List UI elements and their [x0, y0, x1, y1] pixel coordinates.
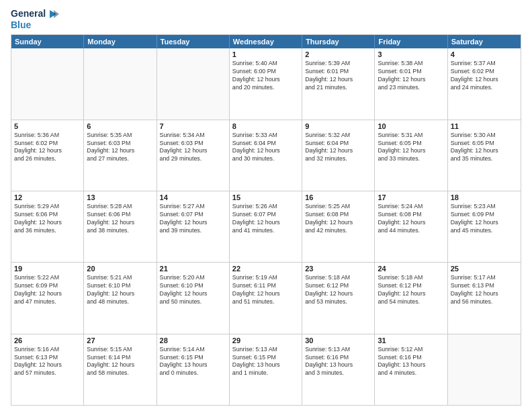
day-cell-30: 30Sunrise: 5:13 AMSunset: 6:16 PMDayligh…: [302, 334, 375, 405]
day-number: 31: [378, 336, 444, 345]
week-row-3: 12Sunrise: 5:29 AMSunset: 6:06 PMDayligh…: [11, 191, 521, 263]
page: General Blue SundayMondayTuesdayWednesda…: [0, 0, 532, 411]
day-number: 12: [14, 193, 81, 201]
day-number: 1: [232, 50, 299, 58]
empty-cell-0-2: [157, 48, 230, 119]
empty-cell-0-0: [11, 48, 84, 119]
week-row-1: 1Sunrise: 5:40 AMSunset: 6:00 PMDaylight…: [11, 48, 521, 120]
day-info: Sunrise: 5:35 AMSunset: 6:03 PMDaylight:…: [87, 132, 153, 164]
day-info: Sunrise: 5:34 AMSunset: 6:03 PMDaylight:…: [160, 132, 226, 164]
day-info: Sunrise: 5:19 AMSunset: 6:11 PMDaylight:…: [232, 274, 299, 306]
day-cell-17: 17Sunrise: 5:24 AMSunset: 6:08 PMDayligh…: [375, 191, 447, 262]
day-number: 4: [451, 50, 518, 58]
day-info: Sunrise: 5:32 AMSunset: 6:04 PMDaylight:…: [305, 132, 371, 164]
header-day-tuesday: Tuesday: [157, 35, 230, 48]
day-number: 16: [305, 193, 371, 201]
day-cell-22: 22Sunrise: 5:19 AMSunset: 6:11 PMDayligh…: [230, 263, 302, 333]
day-number: 26: [14, 336, 81, 345]
day-info: Sunrise: 5:37 AMSunset: 6:02 PMDaylight:…: [451, 60, 518, 92]
day-number: 17: [378, 193, 444, 201]
header-day-friday: Friday: [375, 35, 447, 48]
day-info: Sunrise: 5:18 AMSunset: 6:12 PMDaylight:…: [378, 274, 444, 306]
day-info: Sunrise: 5:22 AMSunset: 6:09 PMDaylight:…: [14, 274, 81, 306]
day-number: 8: [232, 122, 299, 130]
day-info: Sunrise: 5:30 AMSunset: 6:05 PMDaylight:…: [451, 132, 518, 164]
day-cell-20: 20Sunrise: 5:21 AMSunset: 6:10 PMDayligh…: [84, 263, 157, 333]
day-number: 14: [160, 193, 226, 201]
week-row-2: 5Sunrise: 5:36 AMSunset: 6:02 PMDaylight…: [11, 120, 521, 191]
day-cell-1: 1Sunrise: 5:40 AMSunset: 6:00 PMDaylight…: [230, 48, 302, 119]
day-info: Sunrise: 5:13 AMSunset: 6:16 PMDaylight:…: [305, 346, 371, 378]
day-cell-10: 10Sunrise: 5:31 AMSunset: 6:05 PMDayligh…: [375, 120, 447, 191]
day-number: 20: [87, 265, 153, 273]
day-info: Sunrise: 5:40 AMSunset: 6:00 PMDaylight:…: [232, 60, 299, 92]
day-info: Sunrise: 5:31 AMSunset: 6:05 PMDaylight:…: [378, 132, 444, 164]
day-cell-13: 13Sunrise: 5:28 AMSunset: 6:06 PMDayligh…: [84, 191, 157, 262]
day-number: 24: [378, 265, 444, 273]
day-info: Sunrise: 5:23 AMSunset: 6:09 PMDaylight:…: [451, 203, 518, 235]
day-number: 3: [378, 50, 444, 58]
header-day-monday: Monday: [84, 35, 157, 48]
day-info: Sunrise: 5:18 AMSunset: 6:12 PMDaylight:…: [305, 274, 371, 306]
day-number: 18: [451, 193, 518, 201]
day-cell-23: 23Sunrise: 5:18 AMSunset: 6:12 PMDayligh…: [302, 263, 375, 333]
day-info: Sunrise: 5:14 AMSunset: 6:15 PMDaylight:…: [160, 346, 226, 378]
day-cell-26: 26Sunrise: 5:16 AMSunset: 6:13 PMDayligh…: [11, 334, 84, 405]
day-cell-29: 29Sunrise: 5:13 AMSunset: 6:15 PMDayligh…: [230, 334, 302, 405]
day-info: Sunrise: 5:28 AMSunset: 6:06 PMDaylight:…: [87, 203, 153, 235]
day-number: 19: [14, 265, 81, 273]
day-info: Sunrise: 5:39 AMSunset: 6:01 PMDaylight:…: [305, 60, 371, 92]
day-cell-24: 24Sunrise: 5:18 AMSunset: 6:12 PMDayligh…: [375, 263, 447, 333]
day-cell-7: 7Sunrise: 5:34 AMSunset: 6:03 PMDaylight…: [157, 120, 230, 191]
header-day-saturday: Saturday: [448, 35, 521, 48]
empty-cell-0-1: [84, 48, 157, 119]
day-cell-14: 14Sunrise: 5:27 AMSunset: 6:07 PMDayligh…: [157, 191, 230, 262]
week-row-4: 19Sunrise: 5:22 AMSunset: 6:09 PMDayligh…: [11, 263, 521, 334]
day-cell-2: 2Sunrise: 5:39 AMSunset: 6:01 PMDaylight…: [302, 48, 375, 119]
logo: General Blue: [11, 8, 59, 30]
day-cell-4: 4Sunrise: 5:37 AMSunset: 6:02 PMDaylight…: [448, 48, 521, 119]
day-info: Sunrise: 5:15 AMSunset: 6:14 PMDaylight:…: [87, 346, 153, 378]
header-day-thursday: Thursday: [302, 35, 375, 48]
day-info: Sunrise: 5:12 AMSunset: 6:16 PMDaylight:…: [378, 346, 444, 378]
day-number: 22: [232, 265, 299, 273]
day-info: Sunrise: 5:21 AMSunset: 6:10 PMDaylight:…: [87, 274, 153, 306]
day-number: 7: [160, 122, 226, 130]
day-cell-5: 5Sunrise: 5:36 AMSunset: 6:02 PMDaylight…: [11, 120, 84, 191]
day-number: 11: [451, 122, 518, 130]
header-day-wednesday: Wednesday: [230, 35, 302, 48]
header: General Blue: [11, 8, 521, 30]
day-cell-16: 16Sunrise: 5:25 AMSunset: 6:08 PMDayligh…: [302, 191, 375, 262]
day-cell-31: 31Sunrise: 5:12 AMSunset: 6:16 PMDayligh…: [375, 334, 447, 405]
day-cell-9: 9Sunrise: 5:32 AMSunset: 6:04 PMDaylight…: [302, 120, 375, 191]
calendar-body: 1Sunrise: 5:40 AMSunset: 6:00 PMDaylight…: [11, 48, 521, 405]
day-number: 29: [232, 336, 299, 345]
day-number: 15: [232, 193, 299, 201]
week-row-5: 26Sunrise: 5:16 AMSunset: 6:13 PMDayligh…: [11, 334, 521, 405]
day-info: Sunrise: 5:36 AMSunset: 6:02 PMDaylight:…: [14, 132, 81, 164]
day-number: 5: [14, 122, 81, 130]
day-cell-19: 19Sunrise: 5:22 AMSunset: 6:09 PMDayligh…: [11, 263, 84, 333]
calendar-header: SundayMondayTuesdayWednesdayThursdayFrid…: [11, 35, 521, 48]
day-info: Sunrise: 5:24 AMSunset: 6:08 PMDaylight:…: [378, 203, 444, 235]
day-number: 6: [87, 122, 153, 130]
day-number: 10: [378, 122, 444, 130]
day-cell-25: 25Sunrise: 5:17 AMSunset: 6:13 PMDayligh…: [448, 263, 521, 333]
day-number: 30: [305, 336, 371, 345]
day-info: Sunrise: 5:17 AMSunset: 6:13 PMDaylight:…: [451, 274, 518, 306]
day-cell-11: 11Sunrise: 5:30 AMSunset: 6:05 PMDayligh…: [448, 120, 521, 191]
day-info: Sunrise: 5:20 AMSunset: 6:10 PMDaylight:…: [160, 274, 226, 306]
day-cell-18: 18Sunrise: 5:23 AMSunset: 6:09 PMDayligh…: [448, 191, 521, 262]
empty-cell-4-6: [448, 334, 521, 405]
day-number: 23: [305, 265, 371, 273]
day-info: Sunrise: 5:29 AMSunset: 6:06 PMDaylight:…: [14, 203, 81, 235]
day-cell-12: 12Sunrise: 5:29 AMSunset: 6:06 PMDayligh…: [11, 191, 84, 262]
day-cell-27: 27Sunrise: 5:15 AMSunset: 6:14 PMDayligh…: [84, 334, 157, 405]
day-cell-15: 15Sunrise: 5:26 AMSunset: 6:07 PMDayligh…: [230, 191, 302, 262]
day-info: Sunrise: 5:16 AMSunset: 6:13 PMDaylight:…: [14, 346, 81, 378]
day-cell-28: 28Sunrise: 5:14 AMSunset: 6:15 PMDayligh…: [157, 334, 230, 405]
day-cell-3: 3Sunrise: 5:38 AMSunset: 6:01 PMDaylight…: [375, 48, 447, 119]
day-info: Sunrise: 5:27 AMSunset: 6:07 PMDaylight:…: [160, 203, 226, 235]
day-number: 21: [160, 265, 226, 273]
day-number: 2: [305, 50, 371, 58]
